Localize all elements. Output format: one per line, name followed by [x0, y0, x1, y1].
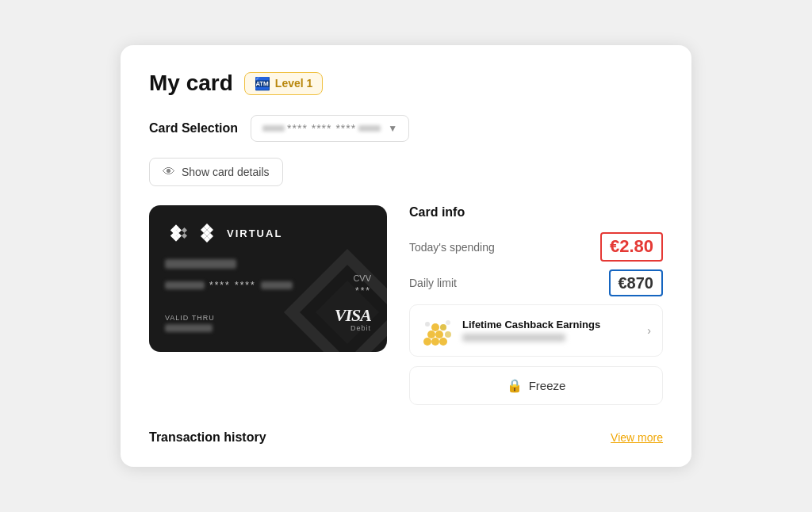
- cashback-card[interactable]: Lifetime Cashback Earnings ›: [409, 304, 663, 357]
- svg-marker-9: [182, 233, 187, 239]
- svg-point-29: [435, 331, 443, 338]
- svg-point-28: [427, 331, 435, 338]
- page-header: My card 🏧 Level 1: [149, 71, 663, 96]
- page-title: My card: [149, 71, 233, 96]
- main-content: VIRTUAL **** **** CVV ***: [149, 205, 663, 405]
- svg-point-30: [431, 323, 439, 331]
- svg-point-32: [445, 331, 451, 338]
- today-spending-label: Today's spending: [409, 241, 495, 254]
- card-selection-row: Card Selection **** **** **** ▼: [149, 115, 663, 142]
- level-badge: 🏧 Level 1: [244, 72, 323, 95]
- svg-point-31: [440, 324, 446, 331]
- valid-thru-label: VALID THRU: [165, 314, 215, 322]
- card-second-left: **** ****: [165, 280, 293, 291]
- eye-icon: 👁: [163, 165, 175, 179]
- svg-point-34: [446, 320, 450, 325]
- svg-point-26: [431, 338, 439, 346]
- card-number-masked: **** **** ****: [287, 122, 356, 135]
- binance-diamond-icon: [195, 221, 219, 245]
- card-selection-label: Card Selection: [149, 121, 238, 136]
- virtual-label: VIRTUAL: [227, 227, 282, 239]
- freeze-button[interactable]: 🔒 Freeze: [409, 366, 663, 405]
- svg-point-25: [423, 338, 431, 346]
- dropdown-arrow-icon: ▼: [388, 123, 397, 134]
- card-number-partial-blurred: [165, 281, 205, 289]
- binance-logo-icon: [165, 222, 187, 244]
- lock-icon: 🔒: [507, 378, 523, 393]
- view-more-link[interactable]: View more: [611, 431, 663, 444]
- daily-limit-value: €870: [609, 269, 664, 296]
- level-text: Level 1: [275, 77, 312, 90]
- cashback-icon: [421, 315, 453, 346]
- today-spending-row: Today's spending €2.80: [409, 232, 663, 262]
- card-middle-stars: **** ****: [209, 280, 256, 291]
- freeze-label: Freeze: [529, 379, 566, 392]
- card-info-title: Card info: [409, 205, 663, 220]
- cashback-title: Lifetime Cashback Earnings: [462, 319, 638, 331]
- daily-limit-label: Daily limit: [409, 277, 457, 289]
- svg-point-33: [425, 322, 430, 327]
- svg-marker-6: [182, 227, 187, 233]
- transaction-history-title: Transaction history: [149, 430, 266, 445]
- card-number-blurred: [165, 259, 236, 269]
- chevron-right-icon: ›: [647, 324, 651, 337]
- cashback-text: Lifetime Cashback Earnings: [462, 319, 638, 342]
- show-details-label: Show card details: [182, 166, 270, 178]
- show-details-button[interactable]: 👁 Show card details: [149, 158, 283, 186]
- card-info-panel: Card info Today's spending €2.80 Daily l…: [409, 205, 663, 405]
- card-icon: 🏧: [255, 76, 270, 91]
- main-container: My card 🏧 Level 1 Card Selection **** **…: [121, 45, 691, 467]
- today-spending-value: €2.80: [600, 232, 663, 262]
- valid-date-blurred: [165, 324, 213, 332]
- transaction-history-section: Transaction history View more: [149, 427, 663, 445]
- card-end-blurred: [261, 281, 293, 289]
- daily-limit-row: Daily limit €870: [409, 269, 663, 296]
- cashback-value-blurred: [462, 334, 565, 342]
- card-selection-dropdown[interactable]: **** **** **** ▼: [251, 115, 409, 142]
- card-top-row: VIRTUAL: [165, 221, 371, 245]
- valid-thru-section: VALID THRU: [165, 314, 215, 332]
- virtual-card: VIRTUAL **** **** CVV ***: [149, 205, 387, 352]
- svg-point-27: [439, 338, 447, 346]
- card-bg-decoration: [284, 249, 387, 352]
